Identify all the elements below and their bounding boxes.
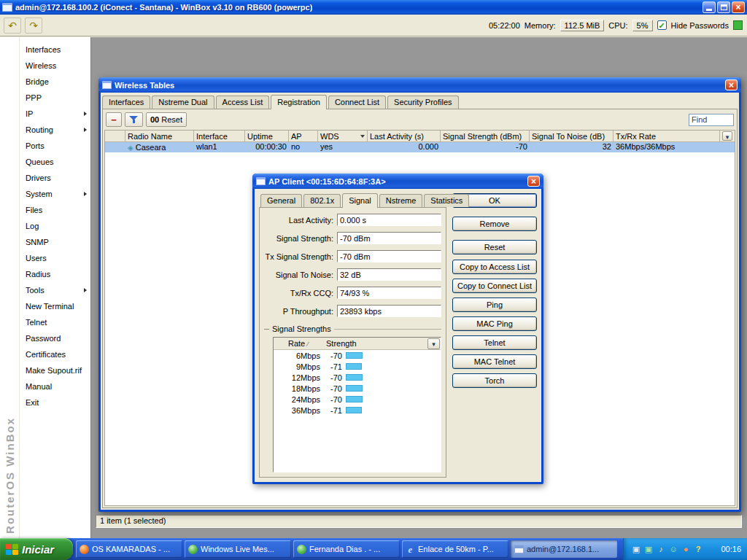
field-value-box[interactable]: -70 dBm (337, 232, 441, 244)
ap-client-tab[interactable]: Statistics (424, 194, 469, 207)
dialog-action-button[interactable]: Copy to Connect List (452, 279, 537, 293)
sidebar-item[interactable]: New Terminal (20, 298, 90, 314)
signal-rate-row[interactable]: 24Mbps -70 (274, 394, 441, 405)
ap-client-titlebar[interactable]: AP Client <00:15:6D:64:8F:3A> (252, 174, 543, 189)
sidebar-item[interactable]: Telnet (20, 314, 90, 330)
undo-button[interactable] (4, 18, 21, 34)
volume-icon[interactable] (656, 544, 666, 554)
signal-rate-row[interactable]: 36Mbps -71 (274, 405, 441, 416)
signal-rate-row[interactable]: 18Mbps -70 (274, 383, 441, 394)
sidebar-item[interactable]: Tools (20, 282, 90, 298)
ap-client-tab[interactable]: Signal (342, 193, 378, 208)
dialog-action-button[interactable]: Reset (452, 240, 537, 254)
sidebar-item[interactable]: Password (20, 330, 90, 346)
column-header-uptime[interactable]: Uptime (245, 131, 289, 141)
registration-row[interactable]: Caseara wlan1 00:00:30 no yes 0.000 -70 … (105, 142, 735, 152)
sidebar-item[interactable]: Bridge (20, 74, 90, 90)
wireless-tab[interactable]: Connect List (328, 96, 386, 109)
sidebar-item[interactable]: SNMP (20, 234, 90, 250)
taskbar-task-button[interactable]: Fernanda Dias . - ... (293, 540, 400, 558)
sidebar-item[interactable]: IP (20, 106, 90, 122)
dialog-action-button[interactable]: Telnet (452, 335, 537, 350)
sidebar-item[interactable]: Exit (20, 394, 90, 411)
field-value-box[interactable]: 0.000 s (337, 214, 441, 226)
display-icon[interactable] (631, 544, 641, 554)
sidebar-item[interactable]: Drivers (20, 170, 90, 186)
wireless-tab[interactable]: Registration (271, 95, 327, 109)
column-header-flags[interactable] (105, 131, 125, 141)
cpu-value[interactable]: 5% (632, 20, 653, 31)
ap-client-tab[interactable]: Nstreme (379, 194, 423, 207)
hide-passwords-checkbox[interactable] (657, 20, 667, 30)
sidebar-item[interactable]: Certificates (20, 346, 90, 362)
wireless-tab[interactable]: Nstreme Dual (152, 96, 214, 109)
wireless-tab[interactable]: Interfaces (102, 96, 150, 109)
ap-client-close-button[interactable] (527, 176, 540, 187)
dialog-action-button[interactable]: Torch (452, 373, 537, 388)
field-value-box[interactable]: -70 dBm (337, 250, 441, 262)
field-value-box[interactable]: 32 dB (337, 268, 441, 281)
sidebar-item[interactable]: Radius (20, 266, 90, 282)
sidebar-item[interactable]: System (20, 186, 90, 202)
strength-column-header[interactable]: Strength (320, 339, 427, 348)
taskbar-task-button[interactable]: Enlace de 50km - P... (402, 540, 508, 558)
filter-button[interactable] (125, 112, 143, 127)
signal-strengths-section-header[interactable]: Signal Strengths (264, 324, 441, 333)
sidebar-item[interactable]: Make Supout.rif (20, 362, 90, 378)
sidebar-item[interactable]: Ports (20, 138, 90, 154)
remove-entry-button[interactable] (106, 112, 122, 127)
minimize-button[interactable] (703, 1, 716, 13)
alert-icon[interactable] (681, 544, 691, 554)
column-header-signal-to-noise[interactable]: Signal To Noise (dB) (530, 131, 614, 141)
sidebar-item[interactable]: Routing (20, 122, 90, 138)
help-icon[interactable] (693, 544, 703, 554)
field-value-box[interactable]: 23893 kbps (337, 305, 441, 317)
dialog-action-button[interactable]: MAC Telnet (452, 354, 537, 369)
column-header-wds[interactable]: WDS (318, 131, 368, 141)
wireless-tab[interactable]: Security Profiles (387, 96, 458, 109)
column-header-signal-strength[interactable]: Signal Strength (dBm) (441, 131, 530, 141)
close-button[interactable] (732, 1, 745, 13)
sidebar-item[interactable]: Interfaces (20, 42, 90, 58)
sidebar-item[interactable]: Queues (20, 154, 90, 170)
sidebar-item[interactable]: Users (20, 250, 90, 266)
signal-rate-row[interactable]: 9Mbps -71 (274, 361, 441, 372)
reset-counters-button[interactable]: 00 Reset (146, 112, 187, 127)
ap-client-tab[interactable]: 802.1x (303, 194, 341, 207)
taskbar-task-button[interactable]: admin@172.168.1... (511, 540, 617, 558)
ap-client-tab[interactable]: General (260, 194, 302, 207)
wireless-tab[interactable]: Access List (216, 96, 270, 109)
column-header-ap[interactable]: AP (289, 131, 318, 141)
taskbar-task-button[interactable]: OS KAMARADAS - ... (76, 540, 182, 558)
signal-rate-row[interactable]: 12Mbps -70 (274, 372, 441, 383)
messenger-tray-icon[interactable] (668, 544, 678, 554)
dialog-action-button[interactable]: Ping (452, 298, 537, 312)
column-header-tx-rx-rate[interactable]: Tx/Rx Rate (614, 131, 720, 141)
column-options-button[interactable] (722, 131, 732, 141)
column-header-radio-name[interactable]: Radio Name (125, 131, 194, 141)
wireless-tables-titlebar[interactable]: Wireless Tables (98, 77, 741, 93)
network-icon[interactable] (643, 544, 654, 554)
redo-button[interactable] (25, 18, 42, 34)
column-header-interface[interactable]: Interface (194, 131, 245, 141)
sidebar-item[interactable]: PPP (20, 90, 90, 106)
find-input[interactable] (689, 114, 734, 126)
dialog-action-button[interactable]: Remove (452, 217, 537, 231)
sidebar-item[interactable]: Wireless (20, 58, 90, 74)
start-button[interactable]: Iniciar (0, 538, 73, 560)
sidebar-item[interactable]: Log (20, 218, 90, 234)
restore-button[interactable] (717, 1, 730, 13)
sidebar-item[interactable]: Manual (20, 378, 90, 394)
field-value-box[interactable]: 74/93 % (337, 287, 441, 299)
column-header-last-activity[interactable]: Last Activity (s) (368, 131, 441, 141)
signal-rate-row[interactable]: 6Mbps -70 (274, 350, 441, 361)
rate-column-header[interactable]: Rate (274, 339, 320, 348)
signal-column-options-button[interactable] (427, 338, 440, 349)
dialog-action-button[interactable]: Copy to Access List (452, 260, 537, 274)
wireless-tables-close-button[interactable] (725, 79, 738, 90)
memory-value[interactable]: 112.5 MiB (560, 20, 605, 31)
sidebar-item[interactable]: Files (20, 202, 90, 218)
taskbar-task-button[interactable]: Windows Live Mes... (185, 540, 291, 558)
dialog-action-button[interactable]: MAC Ping (452, 316, 537, 331)
sidebar-item-label: Make Supout.rif (26, 366, 82, 375)
